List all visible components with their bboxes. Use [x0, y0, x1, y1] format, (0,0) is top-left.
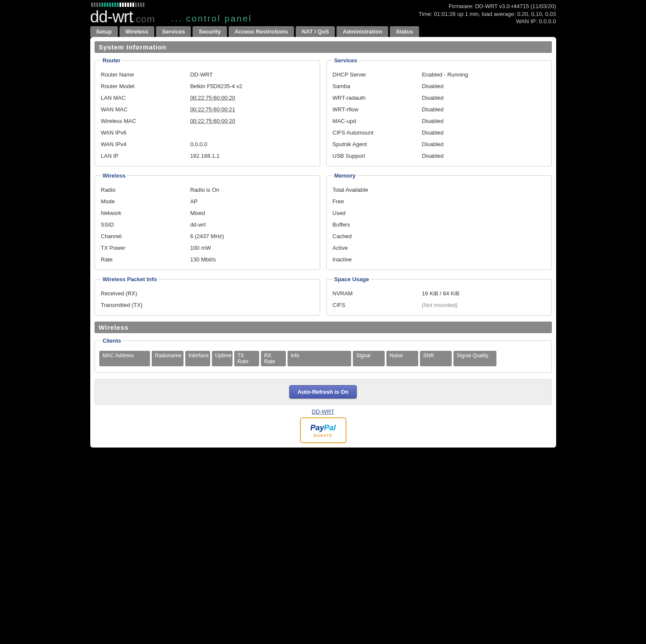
router-legend: Router — [101, 57, 122, 64]
logo-domain: .com — [133, 14, 155, 25]
tab-services[interactable]: Services — [156, 26, 191, 37]
memory-row: Inactive — [331, 254, 547, 265]
wpi-value — [190, 290, 313, 297]
main-content: System Information Router Router NameDD-… — [90, 37, 556, 448]
clients-fieldset: Clients MAC AddressRadionameInterfaceUpt… — [95, 337, 552, 373]
router-value — [190, 129, 313, 136]
services-label: WRT-radauth — [333, 95, 422, 101]
space-row: CIFS(Not mounted) — [331, 299, 547, 311]
services-value: Disabled — [422, 106, 545, 113]
auto-refresh-button[interactable]: Auto-Refresh is On — [289, 385, 356, 399]
memory-row: Used — [331, 207, 547, 219]
wpi-legend: Wireless Packet Info — [101, 276, 159, 282]
memory-value — [422, 233, 545, 239]
header: dd-wrt.com ... control panel Firmware: D… — [87, 0, 560, 26]
donate-button[interactable]: PayPal DONATE — [300, 417, 346, 443]
router-label: LAN IP — [101, 153, 190, 159]
donate-label: DONATE — [314, 433, 332, 438]
wireless-label: Channel — [101, 233, 190, 239]
time-text: Time: 01:01:26 up 1 min, load average: 0… — [419, 10, 556, 18]
clients-header-rx-rate[interactable]: RX Rate — [261, 351, 286, 366]
memory-label: Inactive — [333, 256, 422, 263]
memory-value — [422, 198, 545, 205]
clients-header-interface[interactable]: Interface — [185, 351, 210, 366]
clients-header-noise[interactable]: Noise — [386, 351, 418, 366]
router-row: WAN IPv6 — [99, 127, 315, 138]
memory-value — [422, 256, 545, 263]
wireless-label: SSID — [101, 221, 190, 228]
services-label: CIFS Automount — [333, 129, 422, 136]
wireless-row: ModeAP — [99, 196, 315, 207]
clients-header-uptime[interactable]: Uptime — [212, 351, 233, 366]
tab-wireless[interactable]: Wireless — [119, 26, 154, 37]
services-label: USB Support — [333, 153, 422, 159]
tab-security[interactable]: Security — [193, 26, 227, 37]
services-row: SambaDisabled — [331, 80, 547, 92]
memory-row: Free — [331, 196, 547, 207]
header-info: Firmware: DD-WRT v3.0-r44715 (11/03/20) … — [419, 3, 556, 25]
memory-row: Active — [331, 242, 547, 254]
router-row: Wireless MAC00:22:75:60:00:20 — [99, 115, 315, 127]
clients-header-tx-rate[interactable]: TX Rate — [234, 351, 259, 366]
wireless-row: NetworkMixed — [99, 207, 315, 219]
services-row: WRT-rflowDisabled — [331, 104, 547, 115]
space-fieldset: Space Usage NVRAM19 KiB / 64 KiBCIFS(Not… — [326, 276, 552, 316]
router-label: WAN IPv6 — [101, 129, 190, 136]
tab-nat-qos[interactable]: NAT / QoS — [296, 26, 335, 37]
wireless-row: RadioRadio is On — [99, 184, 315, 196]
clients-header-signal-quality[interactable]: Signal Quality — [453, 351, 496, 366]
wpi-fieldset: Wireless Packet Info Received (RX)Transm… — [95, 276, 320, 316]
router-label: WAN IPv4 — [101, 141, 190, 147]
wireless-value: dd-wrt — [190, 221, 313, 228]
router-label: Wireless MAC — [101, 118, 190, 124]
services-value: Disabled — [422, 141, 545, 147]
memory-label: Total Available — [333, 187, 422, 193]
router-row: LAN MAC00:22:75:60:00:20 — [99, 92, 315, 104]
router-row: LAN IP192.168.1.1 — [99, 150, 315, 162]
memory-legend: Memory — [333, 172, 358, 179]
clients-header-signal[interactable]: Signal — [353, 351, 385, 366]
logo-text: dd-wrt — [90, 8, 133, 26]
services-row: CIFS AutomountDisabled — [331, 127, 547, 138]
tab-setup[interactable]: Setup — [90, 26, 118, 37]
tab-access-restrictions[interactable]: Access Restrictions — [229, 26, 294, 37]
tab-status[interactable]: Status — [390, 26, 419, 37]
services-legend: Services — [333, 57, 359, 64]
router-value: DD-WRT — [190, 71, 313, 78]
clients-header-radioname[interactable]: Radioname — [152, 351, 184, 366]
services-label: DHCP Server — [333, 71, 422, 78]
wpi-value — [190, 302, 313, 308]
router-row: Router ModelBelkin F5D8235-4 v2 — [99, 80, 315, 92]
router-label: Router Model — [101, 83, 190, 89]
nav-tabs: SetupWirelessServicesSecurityAccess Rest… — [87, 26, 560, 37]
wireless-legend: Wireless — [101, 172, 127, 179]
memory-label: Cached — [333, 233, 422, 239]
router-value: Belkin F5D8235-4 v2 — [190, 83, 313, 89]
router-label: LAN MAC — [101, 95, 190, 101]
wireless-row: TX Power100 mW — [99, 242, 315, 254]
wireless-row: Rate130 Mbit/s — [99, 254, 315, 265]
logo-ticks — [91, 3, 252, 7]
router-value: 0.0.0.0 — [190, 141, 313, 147]
tab-administration[interactable]: Administration — [337, 26, 388, 37]
wireless-label: Radio — [101, 187, 190, 193]
clients-header-mac-address[interactable]: MAC Address — [99, 351, 150, 366]
router-row: WAN IPv40.0.0.0 — [99, 138, 315, 150]
services-label: MAC-upd — [333, 118, 422, 124]
services-label: WRT-rflow — [333, 106, 422, 113]
services-row: MAC-updDisabled — [331, 115, 547, 127]
space-legend: Space Usage — [333, 276, 371, 282]
system-info-title: System Information — [95, 41, 552, 53]
memory-row: Cached — [331, 230, 547, 242]
services-value: Enabled - Running — [422, 71, 545, 78]
memory-row: Buffers — [331, 219, 547, 230]
wireless-label: Mode — [101, 198, 190, 205]
space-value: (Not mounted) — [422, 302, 545, 308]
wpi-row: Transmitted (TX) — [99, 299, 315, 311]
ddwrt-link[interactable]: DD-WRT — [95, 408, 552, 415]
services-fieldset: Services DHCP ServerEnabled - RunningSam… — [326, 57, 552, 166]
clients-header-info[interactable]: Info — [288, 351, 351, 366]
clients-header-snr[interactable]: SNR — [420, 351, 452, 366]
wanip-text: WAN IP: 0.0.0.0 — [419, 18, 556, 25]
router-row: Router NameDD-WRT — [99, 69, 315, 80]
